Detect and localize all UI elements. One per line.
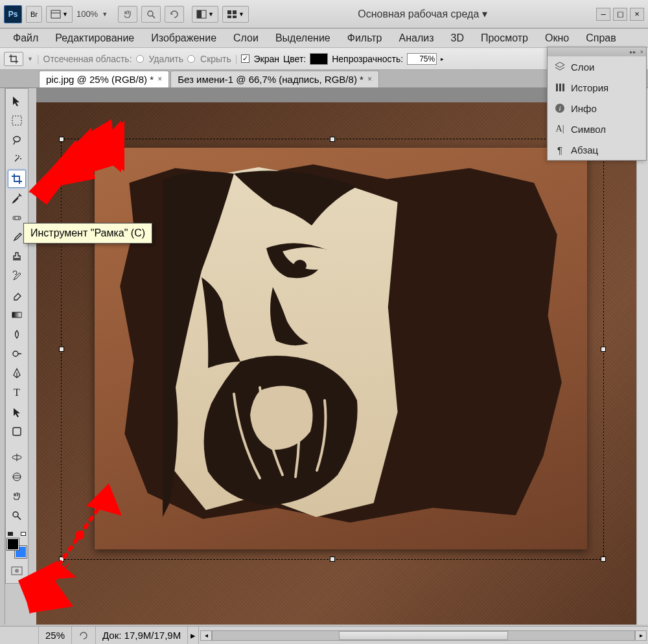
- maximize-button[interactable]: ◻: [613, 8, 627, 21]
- status-bar: 25% Док: 17,9M/17,9M ▸ ◂ ▸: [0, 626, 648, 644]
- quickmask-button[interactable]: [8, 562, 26, 580]
- character-icon: A|: [554, 123, 566, 135]
- svg-point-18: [18, 218, 19, 219]
- view-extras-button[interactable]: ▼: [46, 6, 73, 23]
- move-tool[interactable]: [8, 92, 26, 110]
- dock-header[interactable]: ▸▸×: [548, 47, 646, 56]
- panel-character[interactable]: A| Символ: [548, 119, 646, 139]
- stamp-tool[interactable]: [8, 247, 26, 266]
- pen-tool[interactable]: [8, 364, 26, 382]
- doc-tab-1[interactable]: pic.jpg @ 25% (RGB/8) * ×: [39, 71, 169, 87]
- menu-edit[interactable]: Редактирование: [47, 30, 142, 47]
- rotate-icon[interactable]: [165, 6, 184, 23]
- menu-window[interactable]: Окно: [537, 30, 577, 47]
- shield-color-swatch[interactable]: [310, 53, 328, 65]
- app-logo: Ps: [4, 5, 22, 23]
- opacity-input[interactable]: [407, 53, 437, 65]
- marquee-tool[interactable]: [8, 111, 26, 130]
- crop-handle-bl[interactable]: [59, 557, 64, 562]
- crop-handle-cl[interactable]: [59, 347, 64, 352]
- menu-select[interactable]: Выделение: [268, 30, 338, 47]
- menu-image[interactable]: Изображение: [143, 30, 224, 47]
- menu-file[interactable]: Файл: [5, 30, 46, 47]
- svg-rect-12: [562, 84, 564, 91]
- doc-tab-2[interactable]: Без имени-1 @ 66,7% (надпись, RGB/8) * ×: [170, 71, 379, 87]
- status-doc-size[interactable]: Док: 17,9M/17,9M: [96, 627, 188, 644]
- wand-tool[interactable]: [8, 150, 26, 168]
- minimize-button[interactable]: –: [596, 8, 610, 21]
- scroll-thumb[interactable]: [339, 631, 507, 640]
- crop-handle-cr[interactable]: [601, 347, 606, 352]
- layers-icon: [554, 61, 566, 73]
- menu-filter[interactable]: Фильтр: [340, 30, 390, 47]
- panel-history-label: История: [571, 82, 608, 93]
- panel-layers-label: Слои: [571, 62, 594, 73]
- history-brush-tool[interactable]: [8, 267, 26, 285]
- radio-delete[interactable]: [136, 55, 144, 63]
- panel-info[interactable]: i Инфо: [548, 98, 646, 119]
- close-button[interactable]: ×: [630, 8, 644, 21]
- crop-handle-bc[interactable]: [330, 557, 335, 562]
- collapse-strip[interactable]: [0, 88, 5, 625]
- path-select-tool[interactable]: [8, 403, 26, 421]
- svg-point-29: [15, 569, 19, 573]
- close-icon[interactable]: ×: [367, 75, 372, 84]
- menu-layers[interactable]: Слои: [226, 30, 266, 47]
- canvas-viewport[interactable]: [36, 102, 636, 625]
- svg-line-27: [17, 516, 21, 520]
- canvas[interactable]: [36, 102, 636, 625]
- crop-handle-br[interactable]: [601, 557, 606, 562]
- eyedropper-tool[interactable]: [8, 189, 26, 207]
- shape-tool[interactable]: [8, 422, 26, 441]
- svg-rect-15: [12, 116, 21, 125]
- scroll-right-button[interactable]: ▸: [635, 630, 647, 641]
- horizontal-scrollbar[interactable]: ◂ ▸: [199, 630, 648, 641]
- close-icon[interactable]: ×: [157, 75, 162, 84]
- color-swatches[interactable]: [7, 538, 27, 558]
- crop-handle-tl[interactable]: [59, 137, 64, 142]
- vertical-scrollbar[interactable]: [636, 88, 648, 625]
- hand-icon[interactable]: [118, 6, 137, 23]
- bridge-button[interactable]: Br: [26, 6, 42, 23]
- zoom-icon[interactable]: [141, 6, 161, 23]
- zoom-label[interactable]: 100%: [76, 9, 98, 19]
- radio-hide[interactable]: [187, 55, 195, 63]
- menu-3d[interactable]: 3D: [443, 30, 471, 47]
- gradient-tool[interactable]: [8, 306, 26, 324]
- panel-layers[interactable]: Слои: [548, 56, 646, 77]
- hand-tool[interactable]: [8, 487, 26, 505]
- panel-history[interactable]: История: [548, 77, 646, 98]
- foreground-color-swatch[interactable]: [7, 538, 19, 550]
- arrange-button[interactable]: ▼: [222, 6, 249, 23]
- eraser-tool[interactable]: [8, 286, 26, 305]
- status-zoom[interactable]: 25%: [39, 627, 72, 644]
- status-flyout[interactable]: ▸: [188, 627, 199, 644]
- screen-mode-button[interactable]: ▼: [192, 6, 218, 23]
- scroll-track[interactable]: [212, 630, 635, 641]
- crop-tool-preset-icon[interactable]: [4, 52, 23, 66]
- svg-text:i: i: [559, 104, 561, 112]
- menu-analysis[interactable]: Анализ: [391, 30, 441, 47]
- crop-marquee[interactable]: [61, 139, 604, 560]
- svg-rect-11: [559, 84, 561, 91]
- blur-tool[interactable]: [8, 325, 26, 343]
- scroll-left-button[interactable]: ◂: [200, 630, 212, 641]
- zoom-tool[interactable]: [8, 507, 26, 525]
- 3d-rotate-tool[interactable]: [8, 448, 26, 466]
- menu-view[interactable]: Просмотр: [473, 30, 536, 47]
- svg-rect-22: [13, 428, 21, 435]
- lasso-tool[interactable]: [8, 131, 26, 149]
- 3d-orbit-tool[interactable]: [8, 468, 26, 486]
- crop-tool[interactable]: [8, 170, 26, 188]
- dodge-tool[interactable]: [8, 345, 26, 363]
- workspace-switcher[interactable]: Основная рабочая среда ▾: [353, 8, 492, 20]
- status-rotate-icon[interactable]: [72, 627, 96, 644]
- type-tool[interactable]: T: [8, 384, 26, 402]
- panel-paragraph[interactable]: ¶ Абзац: [548, 139, 646, 160]
- crop-handle-tc[interactable]: [330, 137, 335, 142]
- doc-tab-2-label: Без имени-1 @ 66,7% (надпись, RGB/8) *: [178, 74, 364, 85]
- menu-help[interactable]: Справ: [578, 30, 624, 47]
- svg-point-25: [13, 476, 21, 478]
- screen-checkbox[interactable]: ✓: [241, 54, 249, 63]
- cropped-area-label: Отсеченная область:: [43, 54, 132, 64]
